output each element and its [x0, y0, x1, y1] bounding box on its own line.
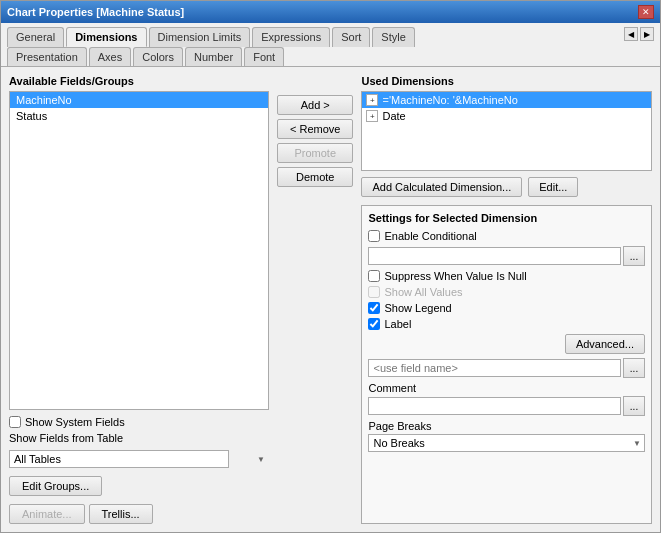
promote-button[interactable]: Promote	[277, 143, 353, 163]
edit-groups-row: Edit Groups...	[9, 476, 269, 496]
tab-bar: General Dimensions Dimension Limits Expr…	[1, 23, 660, 67]
action-buttons: Add Calculated Dimension... Edit...	[361, 177, 652, 197]
add-calc-dim-button[interactable]: Add Calculated Dimension...	[361, 177, 522, 197]
label-input-row: ...	[368, 358, 645, 378]
conditional-input-row: ...	[368, 246, 645, 266]
edit-button[interactable]: Edit...	[528, 177, 578, 197]
conditional-input[interactable]	[368, 247, 621, 265]
right-panel: Used Dimensions + ='MachineNo: '&Machine…	[361, 75, 652, 524]
title-bar: Chart Properties [Machine Status] ✕	[1, 1, 660, 23]
label-input[interactable]	[368, 359, 621, 377]
label-checkbox[interactable]	[368, 318, 380, 330]
remove-button[interactable]: < Remove	[277, 119, 353, 139]
window-title: Chart Properties [Machine Status]	[7, 6, 184, 18]
animate-button[interactable]: Animate...	[9, 504, 85, 524]
show-legend-row: Show Legend	[368, 302, 645, 314]
main-content: Available Fields/Groups MachineNo Status…	[1, 67, 660, 532]
table-dropdown[interactable]: All Tables Machine Status	[9, 450, 229, 468]
tab-colors[interactable]: Colors	[133, 47, 183, 66]
suppress-null-checkbox[interactable]	[368, 270, 380, 282]
label-label: Label	[384, 318, 411, 330]
available-fields-label: Available Fields/Groups	[9, 75, 269, 87]
dim-text-date: Date	[382, 110, 405, 122]
page-breaks-label: Page Breaks	[368, 420, 645, 432]
dim-item-date[interactable]: + Date	[362, 108, 651, 124]
tab-font[interactable]: Font	[244, 47, 284, 66]
tabs-row1: General Dimensions Dimension Limits Expr…	[1, 23, 660, 47]
dim-expand-machineno[interactable]: +	[366, 94, 378, 106]
comment-browse-button[interactable]: ...	[623, 396, 645, 416]
tab-dimensions[interactable]: Dimensions	[66, 27, 146, 47]
tab-general[interactable]: General	[7, 27, 64, 47]
page-breaks-dropdown-wrapper: No Breaks Conditional Always	[368, 434, 645, 452]
page-breaks-dropdown[interactable]: No Breaks Conditional Always	[368, 434, 645, 452]
show-fields-from-table-label: Show Fields from Table	[9, 432, 269, 444]
middle-buttons: Add > < Remove Promote Demote	[277, 75, 353, 524]
comment-label: Comment	[368, 382, 645, 394]
tab-axes[interactable]: Axes	[89, 47, 131, 66]
used-dims-label: Used Dimensions	[361, 75, 652, 87]
advanced-button[interactable]: Advanced...	[565, 334, 645, 354]
label-browse-button[interactable]: ...	[623, 358, 645, 378]
used-dims-list[interactable]: + ='MachineNo: '&MachineNo + Date	[361, 91, 652, 171]
settings-title: Settings for Selected Dimension	[368, 212, 645, 224]
demote-button[interactable]: Demote	[277, 167, 353, 187]
animate-trellis-row: Animate... Trellis...	[9, 504, 269, 524]
dim-expand-date[interactable]: +	[366, 110, 378, 122]
tab-sort[interactable]: Sort	[332, 27, 370, 47]
field-item-status[interactable]: Status	[10, 108, 268, 124]
comment-input-row: ...	[368, 396, 645, 416]
tab-prev-arrow[interactable]: ◀	[624, 27, 638, 41]
comment-input[interactable]	[368, 397, 621, 415]
show-all-values-row: Show All Values	[368, 286, 645, 298]
enable-conditional-label: Enable Conditional	[384, 230, 476, 242]
dim-item-machineno[interactable]: + ='MachineNo: '&MachineNo	[362, 92, 651, 108]
suppress-null-row: Suppress When Value Is Null	[368, 270, 645, 282]
close-button[interactable]: ✕	[638, 5, 654, 19]
suppress-null-label: Suppress When Value Is Null	[384, 270, 526, 282]
available-fields-list[interactable]: MachineNo Status	[9, 91, 269, 410]
field-item-machineno[interactable]: MachineNo	[10, 92, 268, 108]
tab-nav-arrows: ◀ ▶	[624, 27, 654, 47]
show-system-fields-checkbox[interactable]	[9, 416, 21, 428]
add-button[interactable]: Add >	[277, 95, 353, 115]
tab-presentation[interactable]: Presentation	[7, 47, 87, 66]
show-system-fields-label: Show System Fields	[25, 416, 125, 428]
dim-text-machineno: ='MachineNo: '&MachineNo	[382, 94, 517, 106]
tab-dimension-limits[interactable]: Dimension Limits	[149, 27, 251, 47]
table-dropdown-wrapper: All Tables Machine Status	[9, 450, 269, 468]
edit-groups-button[interactable]: Edit Groups...	[9, 476, 102, 496]
show-all-values-label: Show All Values	[384, 286, 462, 298]
left-panel: Available Fields/Groups MachineNo Status…	[9, 75, 269, 524]
tab-next-arrow[interactable]: ▶	[640, 27, 654, 41]
main-window: Chart Properties [Machine Status] ✕ Gene…	[0, 0, 661, 533]
show-legend-label: Show Legend	[384, 302, 451, 314]
tab-number[interactable]: Number	[185, 47, 242, 66]
tabs-row2: Presentation Axes Colors Number Font	[1, 47, 660, 66]
trellis-button[interactable]: Trellis...	[89, 504, 153, 524]
title-bar-buttons: ✕	[638, 5, 654, 19]
conditional-browse-button[interactable]: ...	[623, 246, 645, 266]
show-system-fields-row: Show System Fields	[9, 416, 269, 428]
enable-conditional-row: Enable Conditional	[368, 230, 645, 242]
settings-section: Settings for Selected Dimension Enable C…	[361, 205, 652, 524]
label-checkbox-row: Label	[368, 318, 645, 330]
tab-style[interactable]: Style	[372, 27, 414, 47]
bottom-left: Show System Fields Show Fields from Tabl…	[9, 416, 269, 524]
show-legend-checkbox[interactable]	[368, 302, 380, 314]
enable-conditional-checkbox[interactable]	[368, 230, 380, 242]
tab-expressions[interactable]: Expressions	[252, 27, 330, 47]
show-all-values-checkbox[interactable]	[368, 286, 380, 298]
